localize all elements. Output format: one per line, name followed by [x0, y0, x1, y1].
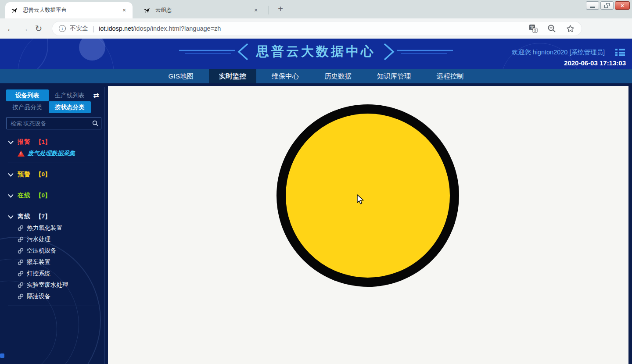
- group-label: 报警: [18, 138, 31, 146]
- tree-item-alarm-device[interactable]: 废气处理数据采集: [8, 148, 101, 159]
- back-button[interactable]: ←: [4, 24, 18, 34]
- bookmark-star-icon[interactable]: [566, 24, 575, 33]
- tab-close-icon[interactable]: ×: [252, 7, 260, 14]
- device-label[interactable]: 实验室废水处理: [27, 281, 68, 289]
- device-label[interactable]: 热力氧化装置: [27, 224, 62, 232]
- group-label: 预警: [18, 171, 31, 178]
- tree-divider: [8, 184, 101, 184]
- welcome-prefix: 欢迎您: [512, 49, 531, 56]
- group-label: 离线: [18, 213, 31, 221]
- unlink-icon: [18, 248, 24, 254]
- page-title: 思普云大数据中心: [256, 43, 376, 61]
- user-role: [系统管理员]: [569, 49, 605, 56]
- device-label[interactable]: 污水处理: [27, 236, 50, 243]
- page-body: 设备列表 生产线列表 ⇄ 按产品分类 按状态分类: [0, 83, 632, 364]
- main-nav: GIS地图 实时监控 维保中心 历史数据 知识库管理 远程控制: [0, 69, 632, 83]
- unlink-icon: [18, 271, 24, 277]
- unlink-icon: [18, 236, 24, 243]
- status-indicator-circle[interactable]: [276, 104, 459, 287]
- nav-item-gis-map[interactable]: GIS地图: [158, 69, 204, 83]
- monitor-canvas: [108, 86, 628, 364]
- title-flourish-left: [179, 43, 249, 61]
- sidebar-filter-tabs: 按产品分类 按状态分类: [6, 101, 101, 113]
- tree-item-offline-device[interactable]: 实验室废水处理: [8, 279, 101, 291]
- group-label: 在线: [18, 192, 31, 200]
- tab-divider: [269, 6, 269, 14]
- device-search-input[interactable]: [6, 117, 101, 129]
- username[interactable]: hignton2020: [533, 49, 568, 56]
- nav-item-realtime-monitor[interactable]: 实时监控: [209, 69, 256, 83]
- tree-group-alarm[interactable]: 报警 【1】: [8, 136, 101, 148]
- chevron-down-icon: [8, 140, 14, 144]
- reload-button[interactable]: ↻: [32, 23, 46, 34]
- device-status-tree: 报警 【1】 废气处理数据采集 预警 【0】: [6, 129, 101, 306]
- new-tab-button[interactable]: +: [275, 4, 286, 15]
- nav-item-remote-control[interactable]: 远程控制: [427, 69, 474, 83]
- device-label[interactable]: 空压机设备: [27, 247, 57, 255]
- browser-tab-active[interactable]: 思普云大数据平台 ×: [5, 2, 133, 18]
- unlink-icon: [18, 225, 24, 231]
- nav-item-history-data[interactable]: 历史数据: [314, 69, 362, 83]
- tab-close-icon[interactable]: ×: [120, 7, 128, 14]
- window-close-button[interactable]: ×: [615, 1, 630, 10]
- warning-triangle-icon: [18, 150, 25, 157]
- tab-production-line-list[interactable]: 生产线列表: [49, 89, 91, 101]
- tree-item-offline-device[interactable]: 猴车装置: [8, 257, 101, 268]
- device-label[interactable]: 灯控系统: [27, 270, 50, 278]
- tab-title: 思普云大数据平台: [23, 7, 120, 14]
- window-restore-button[interactable]: [600, 1, 614, 10]
- alarm-device-link[interactable]: 废气处理数据采集: [28, 150, 75, 157]
- tree-item-offline-device[interactable]: 隔油设备: [8, 291, 101, 302]
- nav-item-maintenance-center[interactable]: 维保中心: [262, 69, 309, 83]
- unlink-icon: [18, 282, 24, 288]
- tree-divider: [8, 163, 101, 163]
- tree-item-offline-device[interactable]: 污水处理: [8, 234, 101, 245]
- device-label[interactable]: 猴车装置: [27, 258, 50, 266]
- search-icon[interactable]: [92, 120, 98, 126]
- welcome-text: 欢迎您 hignton2020 [系统管理员]: [512, 48, 605, 57]
- unlink-icon: [18, 293, 24, 300]
- page-header: 思普云大数据中心 欢迎您 hignton2020 [系统管理员] 2020-06…: [0, 39, 632, 69]
- tree-group-warning[interactable]: 预警 【0】: [8, 169, 101, 180]
- url-separator: |: [93, 25, 94, 32]
- page-root: 思普云大数据中心 欢迎您 hignton2020 [系统管理员] 2020-06…: [0, 39, 632, 364]
- chevron-down-icon: [8, 215, 14, 219]
- tree-item-offline-device[interactable]: 热力氧化装置: [8, 222, 101, 234]
- group-count: 【0】: [36, 171, 51, 178]
- url-path: /idosp/index.html?language=zh: [133, 25, 221, 32]
- url-host: iot.idosp.net: [99, 25, 133, 32]
- nav-item-knowledge-base[interactable]: 知识库管理: [367, 69, 421, 83]
- group-count: 【1】: [36, 138, 51, 146]
- browser-tab-inactive[interactable]: 云组态 ×: [139, 2, 264, 18]
- site-favicon-icon: [144, 7, 151, 14]
- sidebar-list-tabs: 设备列表 生产线列表 ⇄: [6, 89, 101, 101]
- zoom-out-icon[interactable]: [547, 24, 556, 33]
- tab-title: 云组态: [155, 7, 252, 14]
- tab-by-status[interactable]: 按状态分类: [49, 101, 91, 113]
- tree-item-offline-device[interactable]: 空压机设备: [8, 245, 101, 257]
- tab-device-list[interactable]: 设备列表: [6, 89, 49, 101]
- site-favicon-icon: [11, 7, 18, 14]
- device-label[interactable]: 隔油设备: [27, 293, 50, 300]
- datetime-display: 2020-06-03 17:13:03: [564, 59, 626, 67]
- svg-text:G: G: [534, 29, 536, 32]
- window-controls: ×: [586, 1, 630, 10]
- browser-tab-strip: 思普云大数据平台 × 云组态 × + ×: [0, 0, 632, 18]
- menu-list-icon[interactable]: [615, 49, 625, 56]
- tab-by-product[interactable]: 按产品分类: [6, 101, 49, 113]
- group-count: 【7】: [36, 213, 51, 221]
- translate-icon[interactable]: 文 G: [529, 24, 538, 33]
- forward-button[interactable]: →: [18, 24, 32, 34]
- page-info-icon[interactable]: i: [59, 25, 66, 32]
- browser-toolbar: ← → ↻ i 不安全 | iot.idosp.net /idosp/index…: [0, 18, 632, 39]
- swap-icon[interactable]: ⇄: [91, 89, 101, 101]
- tree-item-offline-device[interactable]: 灯控系统: [8, 268, 101, 279]
- title-flourish-right: [383, 43, 453, 61]
- tree-group-offline[interactable]: 离线 【7】: [8, 211, 101, 222]
- tree-divider: [8, 205, 101, 205]
- tree-group-online[interactable]: 在线 【0】: [8, 190, 101, 201]
- address-bar[interactable]: i 不安全 | iot.idosp.net /idosp/index.html?…: [52, 21, 582, 36]
- security-label: 不安全: [70, 25, 88, 32]
- window-minimize-button[interactable]: [586, 1, 599, 10]
- tree-divider: [8, 306, 101, 306]
